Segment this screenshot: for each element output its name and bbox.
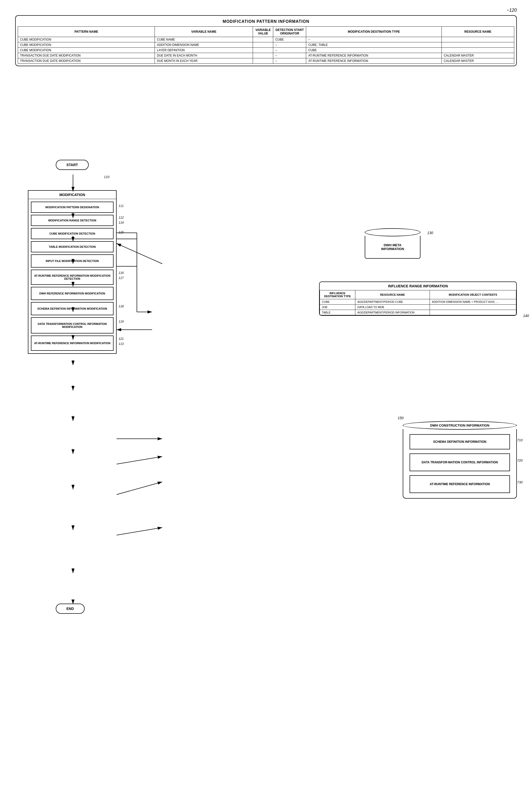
modification-outer-box: MODIFICATION MODIFICATION PATTERN DESIGN… bbox=[28, 190, 117, 354]
table-mod-box: TABLE MODIFICATION DETECTION bbox=[31, 241, 114, 252]
input-file-row: INPUT FILE MODIFICATION DETECTION bbox=[31, 254, 114, 268]
at-runtime-mod-row: AT-RUNTIME REFERENCE INFORMATION MODIFIC… bbox=[31, 335, 114, 351]
schema-info-row: SCHEMA DEFINITION INFORMATION 710 bbox=[410, 434, 510, 449]
at-runtime-detect-box: AT-RUNTIME REFERENCE INFORMATION MODIFIC… bbox=[31, 270, 114, 285]
col-resource-name: RESOURCE NAME bbox=[441, 26, 514, 37]
ref-112: 112 bbox=[119, 216, 124, 219]
table-row: CUBE AGE/DEPARTMENT/PERIOD CUBE ADDITION… bbox=[320, 299, 516, 305]
table-row: TRANSACTION DUE DATE MODIFICATION DUE DA… bbox=[18, 53, 514, 58]
ref-110: 110 bbox=[104, 175, 110, 179]
mod-range-box: MODIFICATION RANGE DETECTION bbox=[31, 215, 114, 226]
ref-111: 111 bbox=[119, 204, 124, 208]
schema-info-box: SCHEMA DEFINITION INFORMATION bbox=[410, 434, 510, 449]
dwh-construction-container: DWH CONSTRUCTION INFORMATION SCHEMA DEFI… bbox=[403, 421, 517, 499]
influence-range-container: INFLUENCE RANGE INFORMATION INFLUENCE DE… bbox=[319, 281, 517, 316]
table-row: TABLE AGE/DEPARTMENT/PERIOD INFORMATION bbox=[320, 310, 516, 315]
ref-140: 140 bbox=[523, 314, 529, 318]
cube-mod-row: CUBE MODIFICATION DETECTION 115 bbox=[31, 228, 114, 239]
svg-line-12 bbox=[117, 528, 162, 535]
dwh-ref-box: DWH REFERENCE INFORMATION MODIFICATION bbox=[31, 287, 114, 300]
dwh-ref-row: DWH REFERENCE INFORMATION MODIFICATION bbox=[31, 287, 114, 300]
at-runtime-detect-row: AT-RUNTIME REFERENCE INFORMATION MODIFIC… bbox=[31, 270, 114, 285]
inf-col-dest: INFLUENCE DESTINATION TYPE bbox=[320, 290, 355, 299]
svg-line-11 bbox=[117, 482, 162, 495]
influence-title: INFLUENCE RANGE INFORMATION bbox=[320, 282, 516, 290]
table-mod-row: TABLE MODIFICATION DETECTION bbox=[31, 241, 114, 252]
input-file-box: INPUT FILE MODIFICATION DETECTION bbox=[31, 254, 114, 268]
at-runtime-info-row: AT-RUNTIME REFERENCE INFORMATION 730 bbox=[410, 475, 510, 493]
ref-117: 117 bbox=[119, 276, 124, 280]
ref-730: 730 bbox=[517, 480, 522, 484]
end-box: END bbox=[56, 604, 85, 614]
mod-pattern-box: MODIFICATION PATTERN DESIGNATION bbox=[31, 202, 114, 213]
ref-720: 720 bbox=[517, 459, 522, 462]
diagram-area: START 110 MODIFICATION MODIFICATION PATT… bbox=[15, 157, 517, 778]
top-table-title: MODIFICATION PATTERN INFORMATION bbox=[18, 18, 514, 26]
inf-col-contents: MODIFICATION OBJECT CONTENTS bbox=[430, 290, 516, 299]
col-mod-dest-type: MODIFICATION DESTINATION TYPE bbox=[306, 26, 441, 37]
table-row: TRANSACTION DUE DATE MODIFICATION DUE MO… bbox=[18, 58, 514, 64]
col-variable-name: VARIABLE NAME bbox=[155, 26, 253, 37]
ref-118: 118 bbox=[119, 305, 124, 308]
ref-119: 119 bbox=[119, 320, 124, 323]
ref-121: 121 bbox=[119, 337, 124, 341]
svg-line-7 bbox=[117, 243, 162, 264]
ref-150: 150 bbox=[398, 416, 403, 420]
schema-def-box: SCHEMA DEFINITION INFORMATION MODIFICATI… bbox=[31, 302, 114, 315]
table-row: CUBE MODIFICATION LAYER DEFINITION – CUB… bbox=[18, 48, 514, 53]
data-transform-info-box: DATA TRANSFOR-MATION CONTROL INFORMATION bbox=[410, 454, 510, 471]
mod-pattern-row: MODIFICATION PATTERN DESIGNATION 111 bbox=[31, 202, 114, 213]
mod-range-row: MODIFICATION RANGE DETECTION 112 114 bbox=[31, 215, 114, 226]
top-table: PATTERN NAME VARIABLE NAME VARIABLE VALU… bbox=[18, 26, 514, 64]
ref-130: 130 bbox=[427, 231, 433, 235]
dwh-meta-box: DWH META INFORMATION bbox=[365, 236, 420, 259]
data-transform-info-row: DATA TRANSFOR-MATION CONTROL INFORMATION… bbox=[410, 454, 510, 471]
svg-line-10 bbox=[117, 457, 162, 464]
dwh-construction-body: SCHEMA DEFINITION INFORMATION 710 DATA T… bbox=[403, 429, 517, 499]
modification-label: MODIFICATION bbox=[28, 191, 116, 199]
influence-table: INFLUENCE DESTINATION TYPE RESOURCE NAME… bbox=[320, 290, 516, 315]
at-runtime-info-box: AT-RUNTIME REFERENCE INFORMATION bbox=[410, 475, 510, 493]
data-transform-box: DATA TRANSFORMATION CONTROL INFORMATION … bbox=[31, 317, 114, 333]
inf-col-resource: RESOURCE NAME bbox=[355, 290, 430, 299]
col-detection-start: DETECTION START ORIGINATOR bbox=[273, 26, 306, 37]
table-row: CUBE MODIFICATION CUBE NAME CUBE – bbox=[18, 37, 514, 42]
col-variable-value: VARIABLE VALUE bbox=[253, 26, 273, 37]
ref-710: 710 bbox=[517, 438, 522, 442]
at-runtime-mod-box: AT-RUNTIME REFERENCE INFORMATION MODIFIC… bbox=[31, 335, 114, 351]
dwh-construction-title: DWH CONSTRUCTION INFORMATION bbox=[403, 421, 517, 429]
ref-116: 116 bbox=[119, 271, 124, 275]
cube-mod-box: CUBE MODIFICATION DETECTION bbox=[31, 228, 114, 239]
col-pattern-name: PATTERN NAME bbox=[18, 26, 155, 37]
dwh-meta-container: DWH META INFORMATION 130 bbox=[365, 228, 420, 259]
start-box: START bbox=[56, 160, 89, 170]
ref-113: 113 bbox=[119, 342, 124, 346]
schema-def-row: SCHEMA DEFINITION INFORMATION MODIFICATI… bbox=[31, 302, 114, 315]
table-row: CUBE MODIFICATION ADDITION DIMENSION NAM… bbox=[18, 42, 514, 48]
ref-120: ~120 bbox=[507, 7, 517, 13]
data-transform-row: DATA TRANSFORMATION CONTROL INFORMATION … bbox=[31, 317, 114, 333]
table-row: JOB DATA LOAD TO MDB bbox=[320, 305, 516, 310]
ref-115: 115 bbox=[119, 231, 124, 234]
modification-pattern-table-container: MODIFICATION PATTERN INFORMATION PATTERN… bbox=[15, 15, 517, 66]
ref-114: 114 bbox=[119, 221, 124, 224]
